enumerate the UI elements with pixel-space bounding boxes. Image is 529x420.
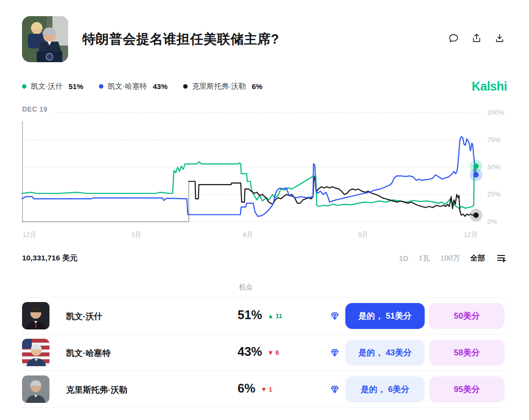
- outcome-percent: 51%: [238, 308, 262, 322]
- buy-yes-button[interactable]: 是的， 43美分: [345, 340, 425, 366]
- price-chart-svg[interactable]: [22, 113, 482, 222]
- legend-dot-blue: [99, 84, 103, 89]
- gem-icon[interactable]: [330, 384, 340, 395]
- table-header: 机会: [22, 276, 507, 298]
- gem-icon[interactable]: [330, 311, 340, 321]
- outcome-percent: 6%: [238, 381, 255, 396]
- outcomes-table: 机会 凯文·沃什 51% ▲ 11: [22, 276, 507, 408]
- percent-group: 6% ▼ 1: [238, 381, 272, 396]
- percent-change-badge: ▲ 11: [267, 312, 282, 320]
- legend-name: 凯文·哈塞特: [108, 82, 147, 91]
- outcome-row-hassett[interactable]: 凯文·哈塞特 43% ▼ 6 是的， 43美分 58美分: [22, 334, 507, 371]
- x-axis-tick: 6月: [243, 231, 253, 239]
- outcome-row-warsh[interactable]: 凯文·沃什 51% ▲ 11 是的， 51美分 50美分: [22, 298, 507, 334]
- percent-group: 43% ▼ 6: [238, 345, 279, 359]
- legend-dot-green: [22, 84, 26, 89]
- y-axis-tick: 100%: [487, 109, 505, 116]
- legend-value: 51%: [69, 82, 83, 91]
- x-axis-tick: 12月: [464, 231, 478, 239]
- volume-row: 10,331,716 美元 1D 1瓦 100万 全部: [22, 251, 507, 265]
- chart-legend: 凯文·沃什 51% 凯文·哈塞特 43% 克里斯托弗·沃勒 6%: [22, 82, 263, 91]
- range-controls: 1D 1瓦 100万 全部: [399, 252, 507, 264]
- legend-item-hassett[interactable]: 凯文·哈塞特 43%: [99, 82, 168, 91]
- share-icon[interactable]: [471, 32, 482, 44]
- x-axis-tick: 3月: [131, 231, 142, 239]
- market-image: [22, 16, 68, 62]
- market-photo-placeholder: [22, 16, 68, 62]
- avatar: [22, 339, 49, 366]
- avatar: [22, 302, 49, 329]
- outcome-name: 凯文·沃什: [66, 311, 102, 322]
- avatar: [22, 375, 49, 403]
- outcome-name: 克里斯托弗·沃勒: [66, 384, 127, 396]
- buy-yes-button[interactable]: 是的， 51美分: [345, 303, 425, 329]
- legend-name: 克里斯托弗·沃勒: [192, 82, 246, 91]
- gem-icon[interactable]: [330, 348, 340, 358]
- buy-yes-button[interactable]: 是的， 6美分: [345, 376, 425, 402]
- legend-value: 43%: [153, 82, 168, 91]
- y-axis-tick: 75%: [487, 136, 501, 143]
- y-axis-tick: 50%: [487, 163, 501, 171]
- range-option-1d[interactable]: 1D: [399, 254, 408, 262]
- range-option-1m[interactable]: 100万: [440, 254, 460, 263]
- y-axis-tick: 25%: [487, 190, 501, 198]
- outcome-name: 凯文·哈塞特: [66, 348, 111, 359]
- volume-total: 10,331,716 美元: [22, 253, 77, 263]
- comment-icon[interactable]: [448, 32, 459, 44]
- y-axis-tick: 0%: [487, 218, 497, 225]
- legend-item-warsh[interactable]: 凯文·沃什 51%: [22, 82, 83, 91]
- outcome-percent: 43%: [238, 345, 262, 359]
- buy-no-button[interactable]: 58美分: [429, 340, 505, 366]
- buy-no-button[interactable]: 50美分: [429, 303, 505, 329]
- range-option-1w[interactable]: 1瓦: [419, 254, 430, 263]
- percent-change-badge: ▼ 1: [261, 386, 272, 393]
- kalshi-logo[interactable]: Kalshi: [472, 79, 507, 93]
- buy-no-button[interactable]: 95美分: [429, 376, 505, 402]
- x-axis-tick: 12月: [23, 231, 37, 239]
- chart-date-annotation: DEC 19: [22, 105, 52, 113]
- legend-name: 凯文·沃什: [31, 82, 63, 91]
- chance-column-header: 机会: [239, 283, 253, 292]
- chart-settings-icon[interactable]: [495, 252, 507, 264]
- legend-item-waller[interactable]: 克里斯托弗·沃勒 6%: [183, 82, 263, 91]
- page-title: 特朗普会提名谁担任美联储主席?: [82, 30, 279, 48]
- download-icon[interactable]: [494, 32, 505, 44]
- range-option-all[interactable]: 全部: [470, 254, 485, 263]
- price-chart[interactable]: DEC 19 100% 75% 50% 25% 0% 12月 3月 6月 9月 …: [22, 113, 507, 222]
- legend-dot-black: [183, 84, 188, 89]
- x-axis-tick: 9月: [358, 231, 368, 239]
- header-actions: [448, 32, 505, 44]
- market-page: 特朗普会提名谁担任美联储主席? 凯文·沃什 51% 凯文·哈塞特 43: [0, 0, 529, 420]
- legend-value: 6%: [252, 82, 263, 91]
- percent-group: 51% ▲ 11: [238, 308, 282, 322]
- percent-change-badge: ▼ 6: [267, 349, 279, 356]
- outcome-row-waller[interactable]: 克里斯托弗·沃勒 6% ▼ 1 是的， 6美分 95美分: [22, 371, 507, 408]
